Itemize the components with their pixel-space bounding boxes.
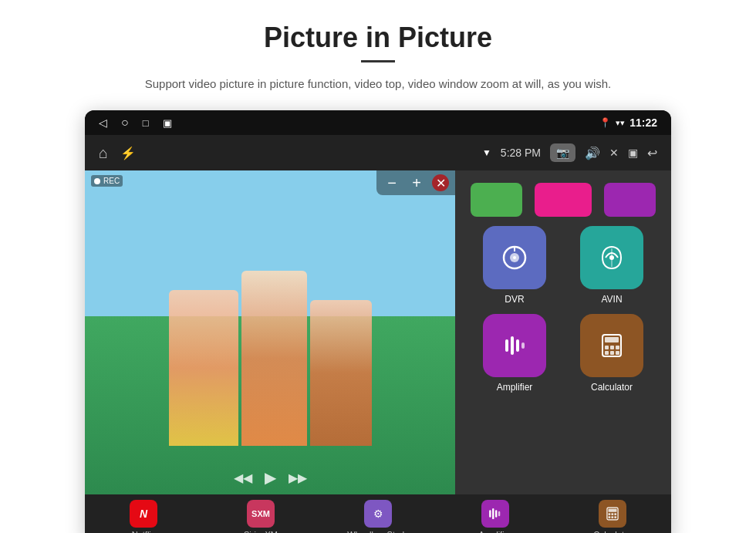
dvr-label: DVR: [505, 294, 524, 305]
siriusxm-icon-symbol: SXM: [251, 509, 270, 518]
netflix-icon: N: [130, 500, 157, 528]
calculator-bottom-svg: [604, 505, 621, 522]
wifi-signal-icon: ▾▾: [616, 118, 625, 128]
pip-record-indicator: REC: [91, 175, 123, 187]
calculator-bottom-icon: [599, 500, 626, 528]
svg-rect-16: [610, 351, 614, 355]
nav-time: 5:28 PM: [501, 147, 541, 159]
amplifier-bottom-icon: [481, 500, 509, 528]
amplifier-icon: [498, 329, 532, 363]
svg-point-2: [513, 256, 516, 259]
app-grid: DVR AVIN: [471, 226, 656, 393]
app-amplifier[interactable]: Amplifier: [471, 314, 559, 393]
svg-rect-18: [489, 510, 491, 517]
avin-icon-bg: [580, 226, 643, 289]
home-nav-icon[interactable]: ○: [121, 116, 129, 130]
svg-rect-25: [611, 513, 613, 515]
page-wrapper: Picture in Picture Support video picture…: [0, 0, 756, 533]
next-button[interactable]: ▶▶: [289, 471, 307, 485]
netflix-label: Netflix: [132, 530, 156, 534]
svg-rect-8: [516, 339, 519, 352]
dvr-icon: [498, 241, 532, 275]
svg-rect-23: [609, 508, 617, 511]
wheelkey-label: Wheelkey Study: [347, 530, 408, 534]
svg-rect-11: [605, 337, 619, 342]
app-grid-section: DVR AVIN: [455, 170, 671, 494]
page-title: Picture in Picture: [264, 22, 492, 54]
main-area: REC − + ✕ ◀◀ ▶ ▶▶: [85, 170, 671, 494]
top-app-2[interactable]: [535, 183, 592, 217]
device-frame: ◁ ○ □ ▣ 📍 ▾▾ 11:22 ⌂ ⚡ ▼ 5:28 PM 📷: [85, 110, 671, 533]
svg-rect-19: [492, 508, 494, 518]
top-nav-bar: ⌂ ⚡ ▼ 5:28 PM 📷 🔊 ✕ ▣ ↩: [85, 135, 671, 170]
siriusxm-label: SiriusXM: [244, 530, 278, 534]
back-nav-icon[interactable]: ◁: [99, 116, 107, 129]
siriusxm-icon: SXM: [247, 500, 275, 528]
svg-rect-17: [616, 351, 619, 355]
svg-rect-28: [611, 516, 613, 518]
svg-rect-20: [495, 510, 497, 517]
video-section: REC − + ✕ ◀◀ ▶ ▶▶: [85, 170, 455, 494]
pip-playback-controls[interactable]: ◀◀ ▶ ▶▶: [234, 468, 307, 487]
netflix-icon-letter: N: [140, 508, 147, 520]
svg-rect-7: [511, 336, 514, 355]
dvr-icon-bg: [483, 226, 546, 289]
svg-rect-13: [610, 346, 614, 349]
pip-plus-button[interactable]: +: [407, 174, 426, 192]
amplifier-label: Amplifier: [497, 382, 533, 393]
prev-button[interactable]: ◀◀: [234, 471, 252, 485]
camera-icon: 📷: [556, 147, 569, 159]
bottom-app-amplifier[interactable]: Amplifier: [437, 500, 554, 534]
svg-rect-27: [609, 516, 611, 518]
app-avin[interactable]: AVIN: [568, 226, 656, 305]
svg-rect-14: [616, 346, 619, 349]
bottom-app-netflix[interactable]: N Netflix: [85, 500, 202, 534]
person-2: [241, 271, 307, 446]
volume-icon[interactable]: 🔊: [585, 146, 600, 160]
person-3: [310, 300, 372, 446]
status-time: 11:22: [629, 116, 657, 129]
play-button[interactable]: ▶: [265, 468, 276, 487]
top-app-3[interactable]: [604, 183, 656, 217]
home-icon[interactable]: ⌂: [99, 144, 108, 162]
record-dot: [94, 178, 100, 184]
calculator-bottom-label: Calculator: [593, 530, 632, 534]
title-divider: [361, 60, 395, 62]
pip-minus-button[interactable]: −: [383, 174, 401, 192]
svg-rect-21: [498, 511, 500, 515]
app-dvr[interactable]: DVR: [471, 226, 559, 305]
calculator-icon-bg: [580, 314, 643, 377]
calculator-label: Calculator: [591, 382, 633, 393]
bottom-app-bar: N Netflix SXM SiriusXM ⚙ Wheelkey Study: [85, 494, 671, 533]
pip-controls[interactable]: − + ✕: [376, 170, 455, 195]
avin-icon: [595, 241, 629, 275]
status-bar: ◁ ○ □ ▣ 📍 ▾▾ 11:22: [85, 110, 671, 135]
camera-button[interactable]: 📷: [550, 143, 575, 162]
status-bar-nav: ◁ ○ □ ▣: [99, 116, 172, 130]
close-icon[interactable]: ✕: [609, 147, 619, 159]
wifi-icon: ▼: [482, 147, 491, 158]
svg-rect-29: [614, 516, 616, 518]
svg-rect-15: [605, 351, 609, 355]
pip-layout-icon[interactable]: ▣: [628, 147, 638, 159]
location-icon: 📍: [599, 117, 611, 128]
person-1: [169, 290, 238, 446]
svg-rect-24: [609, 513, 611, 515]
recent-nav-icon[interactable]: □: [143, 117, 149, 129]
wheelkey-icon-symbol: ⚙: [373, 508, 383, 520]
video-content: REC − + ✕ ◀◀ ▶ ▶▶: [85, 170, 455, 494]
svg-rect-9: [521, 342, 525, 349]
app-calculator[interactable]: Calculator: [568, 314, 656, 393]
amplifier-bottom-svg: [487, 505, 504, 522]
back-icon[interactable]: ↩: [647, 146, 657, 160]
top-app-1[interactable]: [471, 183, 522, 217]
svg-rect-26: [614, 513, 616, 515]
extra-nav-icon[interactable]: ▣: [163, 117, 172, 129]
pip-close-button[interactable]: ✕: [432, 174, 449, 191]
record-text: REC: [103, 177, 120, 185]
bottom-app-siriusxm[interactable]: SXM SiriusXM: [202, 500, 319, 534]
bottom-app-wheelkey[interactable]: ⚙ Wheelkey Study: [319, 500, 437, 534]
bottom-app-calculator[interactable]: Calculator: [554, 500, 671, 534]
wheelkey-icon: ⚙: [364, 500, 392, 528]
svg-rect-6: [505, 339, 508, 352]
